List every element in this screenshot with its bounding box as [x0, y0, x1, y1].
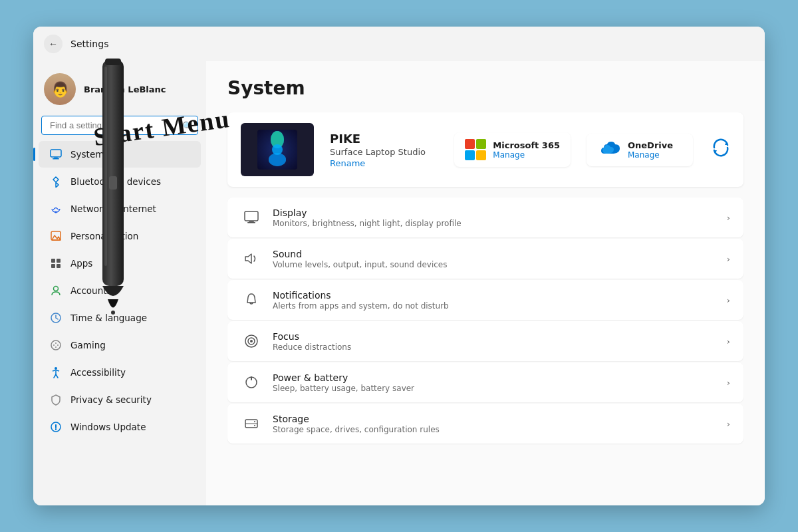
avatar: 👨: [44, 73, 76, 105]
settings-item-notifications[interactable]: Notifications Alerts from apps and syste…: [227, 280, 743, 320]
sidebar-item-label: System: [70, 149, 104, 160]
notifications-title: Notifications: [273, 290, 716, 301]
sidebar-item-gaming[interactable]: Gaming: [39, 332, 201, 358]
power-text: Power & battery Sleep, battery usage, ba…: [273, 372, 716, 393]
search-icon: 🔍: [182, 120, 193, 130]
sidebar-item-label: Time & language: [70, 313, 147, 323]
main-content: System: [206, 61, 765, 505]
device-name: PIKE: [330, 132, 438, 146]
onedrive-card: OneDrive Manage: [587, 134, 693, 166]
accessibility-icon: [49, 366, 63, 379]
sidebar-item-label: Accessibility: [70, 367, 126, 378]
sidebar-item-accounts[interactable]: Accounts: [39, 277, 201, 304]
user-name: Brandon LeBlanc: [84, 84, 166, 94]
sidebar-item-apps[interactable]: Apps: [39, 250, 201, 277]
notifications-chevron: ›: [727, 295, 730, 305]
storage-icon: [241, 413, 262, 434]
onedrive-action[interactable]: Manage: [628, 150, 673, 160]
notifications-text: Notifications Alerts from apps and syste…: [273, 290, 716, 311]
svg-rect-0: [51, 150, 61, 157]
onedrive-text: OneDrive Manage: [628, 140, 673, 160]
back-button[interactable]: ←: [44, 35, 63, 53]
ms365-text: Microsoft 365 Manage: [493, 140, 560, 160]
device-model: Surface Laptop Studio: [330, 147, 438, 157]
search-input[interactable]: [41, 116, 198, 135]
bluetooth-icon: [49, 175, 63, 188]
svg-point-23: [272, 144, 283, 155]
sidebar-item-accessibility[interactable]: Accessibility: [39, 359, 201, 386]
focus-subtitle: Reduce distractions: [273, 342, 716, 352]
svg-point-29: [250, 340, 253, 342]
sidebar-item-windows-update[interactable]: Windows Update: [39, 414, 201, 440]
settings-item-sound[interactable]: Sound Volume levels, output, input, soun…: [227, 239, 743, 279]
focus-text: Focus Reduce distractions: [273, 331, 716, 352]
svg-point-12: [53, 344, 55, 346]
notifications-icon: [241, 289, 262, 311]
svg-point-14: [55, 342, 57, 344]
titlebar: ← Settings: [33, 27, 765, 61]
svg-rect-6: [57, 259, 61, 263]
sync-button[interactable]: [712, 138, 730, 161]
titlebar-title: Settings: [70, 39, 108, 49]
sidebar-item-network[interactable]: Network & internet: [39, 196, 201, 222]
settings-item-display[interactable]: Display Monitors, brightness, night ligh…: [227, 198, 743, 237]
sidebar-item-label: Apps: [70, 258, 92, 269]
sidebar-item-label: Privacy & security: [70, 394, 152, 405]
settings-item-storage[interactable]: Storage Storage space, drives, configura…: [227, 404, 743, 444]
svg-rect-26: [247, 222, 255, 223]
sidebar-item-personalization[interactable]: Personalization: [39, 223, 201, 249]
svg-point-35: [254, 425, 255, 426]
svg-rect-24: [245, 211, 258, 221]
settings-item-focus[interactable]: Focus Reduce distractions ›: [227, 321, 743, 361]
svg-point-13: [57, 344, 59, 346]
storage-text: Storage Storage space, drives, configura…: [273, 414, 716, 434]
storage-title: Storage: [273, 414, 716, 424]
onedrive-icon: [597, 140, 621, 160]
device-rename-link[interactable]: Rename: [330, 158, 438, 168]
svg-point-3: [55, 211, 57, 213]
personalization-icon: [49, 229, 63, 243]
display-text: Display Monitors, brightness, night ligh…: [273, 207, 716, 228]
ms365-card: Microsoft 365 Manage: [454, 132, 571, 167]
privacy-icon: [49, 393, 63, 406]
accounts-icon: [49, 284, 63, 297]
windows-update-icon: [49, 420, 63, 434]
svg-rect-7: [51, 264, 55, 268]
focus-title: Focus: [273, 331, 716, 342]
sidebar-item-label: Bluetooth & devices: [70, 176, 161, 187]
sound-subtitle: Volume levels, output, input, sound devi…: [273, 260, 716, 269]
ms365-action[interactable]: Manage: [493, 150, 560, 160]
settings-window: ← Settings 👨 Brandon LeBlanc 🔍: [33, 27, 765, 505]
sidebar-nav: System Bluetooth & devices Network & int…: [33, 140, 206, 441]
windows-logo: [257, 130, 297, 170]
sound-title: Sound: [273, 249, 716, 259]
sidebar-item-time[interactable]: Time & language: [39, 305, 201, 331]
sidebar-item-label: Gaming: [70, 340, 106, 350]
settings-item-power[interactable]: Power & battery Sleep, battery usage, ba…: [227, 362, 743, 402]
ms365-title: Microsoft 365: [493, 140, 560, 150]
power-chevron: ›: [727, 378, 730, 388]
gaming-icon: [49, 338, 63, 352]
settings-list: Display Monitors, brightness, night ligh…: [227, 198, 743, 444]
display-chevron: ›: [727, 213, 730, 223]
focus-icon: [241, 331, 262, 352]
svg-point-11: [51, 340, 61, 350]
apps-icon: [49, 257, 63, 270]
display-icon: [241, 207, 262, 228]
avatar-image: 👨: [44, 73, 76, 105]
notifications-subtitle: Alerts from apps and system, do not dist…: [273, 301, 716, 311]
sidebar-item-system[interactable]: System: [39, 141, 201, 168]
sidebar-item-privacy[interactable]: Privacy & security: [39, 386, 201, 413]
device-thumbnail: [241, 123, 314, 176]
svg-rect-8: [57, 264, 61, 268]
search-box: 🔍: [41, 116, 198, 135]
display-subtitle: Monitors, brightness, night light, displ…: [273, 219, 716, 228]
sidebar-item-label: Windows Update: [70, 422, 146, 432]
time-icon: [49, 311, 63, 325]
svg-point-34: [254, 421, 255, 422]
storage-subtitle: Storage space, drives, configuration rul…: [273, 425, 716, 434]
svg-point-16: [55, 367, 57, 370]
svg-rect-2: [53, 158, 59, 160]
page-title: System: [227, 77, 743, 99]
sidebar-item-bluetooth[interactable]: Bluetooth & devices: [39, 168, 201, 195]
